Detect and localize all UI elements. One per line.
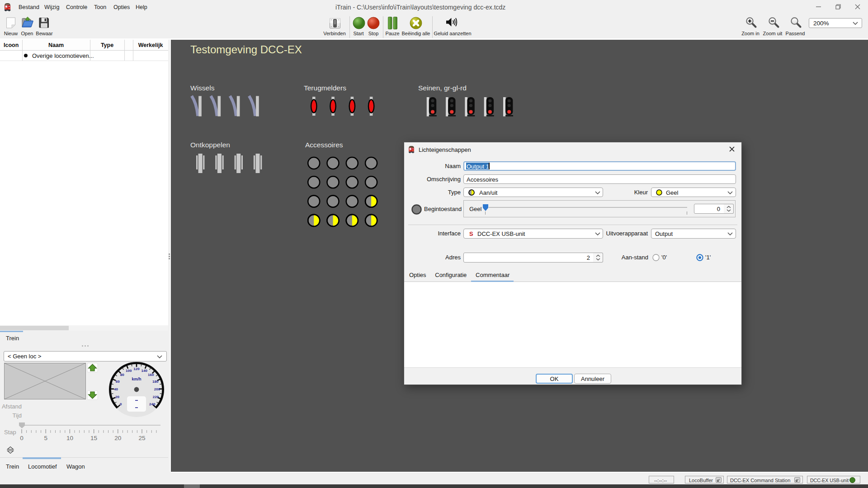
svg-text:0: 0 (120, 402, 122, 406)
svg-text:140: 140 (142, 369, 148, 373)
svg-text:80: 80 (120, 373, 124, 377)
svg-text:200: 200 (154, 387, 160, 391)
svg-text:40: 40 (114, 387, 118, 391)
svg-text:25: 25 (138, 435, 145, 441)
svg-text:180: 180 (152, 380, 159, 384)
svg-text:60: 60 (116, 380, 120, 384)
svg-text:240: 240 (149, 402, 156, 406)
svg-text:5: 5 (44, 435, 47, 441)
svg-text:20: 20 (115, 395, 119, 399)
svg-text:15: 15 (90, 435, 97, 441)
svg-text:160: 160 (148, 373, 154, 377)
svg-text:10: 10 (66, 435, 73, 441)
svg-text:0: 0 (20, 435, 24, 441)
svg-text:120: 120 (133, 367, 140, 371)
svg-text:km/h: km/h (132, 377, 141, 381)
svg-text:20: 20 (114, 435, 121, 441)
svg-text:220: 220 (153, 395, 159, 399)
svg-text:100: 100 (126, 369, 132, 373)
